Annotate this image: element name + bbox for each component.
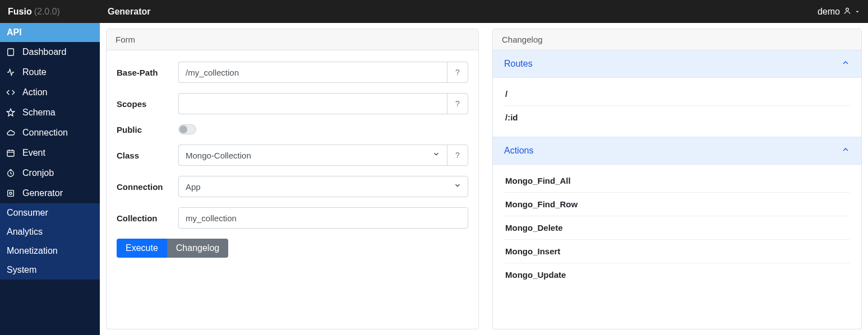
accordion-title: Routes	[504, 59, 533, 69]
sidebar-group-api[interactable]: API	[0, 23, 100, 42]
sidebar-item-label: Action	[22, 87, 47, 97]
class-help-button[interactable]: ?	[447, 145, 468, 166]
scopes-label: Scopes	[117, 99, 178, 109]
sidebar-group-consumer[interactable]: Consumer	[0, 203, 100, 222]
svg-rect-2	[7, 150, 14, 156]
caret-down-icon	[855, 7, 860, 17]
sidebar-group-analytics[interactable]: Analytics	[0, 222, 100, 241]
brand-name: Fusio	[8, 7, 32, 17]
sidebar-group-monetization[interactable]: Monetization	[0, 241, 100, 260]
chevron-up-icon	[841, 58, 850, 69]
accordion-header-actions[interactable]: Actions	[493, 137, 861, 165]
connection-select[interactable]: App	[178, 176, 468, 197]
list-item: Mongo_Update	[504, 263, 850, 286]
changelog-panel: Changelog Routes / /:id Actions Mongo_Fi…	[492, 29, 862, 329]
base-path-input[interactable]	[178, 62, 447, 83]
star-icon	[6, 108, 16, 118]
class-label: Class	[117, 151, 178, 160]
changelog-panel-title: Changelog	[493, 29, 861, 50]
list-item: Mongo_Find_All	[504, 169, 850, 193]
sidebar-group-system[interactable]: System	[0, 260, 100, 280]
sidebar-item-event[interactable]: Event	[0, 143, 100, 163]
list-item: /:id	[504, 106, 850, 129]
user-menu[interactable]: demo	[818, 7, 860, 17]
dashboard-icon	[6, 47, 16, 57]
cloud-icon	[6, 128, 16, 138]
chevron-up-icon	[841, 145, 850, 156]
calendar-icon	[6, 148, 16, 158]
code-icon	[6, 87, 16, 97]
sidebar-item-label: Schema	[22, 108, 56, 118]
svg-rect-1	[8, 49, 14, 55]
topbar: Fusio (2.0.0) Generator demo	[0, 0, 868, 23]
sidebar-item-route[interactable]: Route	[0, 62, 100, 82]
execute-button[interactable]: Execute	[117, 239, 167, 258]
sidebar: API Dashboard Route Action Schema Connec…	[0, 23, 100, 335]
sidebar-item-generator[interactable]: Generator	[0, 183, 100, 203]
svg-point-5	[10, 192, 12, 194]
page-title: Generator	[108, 7, 150, 17]
collection-input[interactable]	[178, 207, 468, 229]
form-panel: Form Base-Path ? Scopes ?	[106, 29, 479, 329]
sidebar-item-dashboard[interactable]: Dashboard	[0, 42, 100, 62]
list-item: Mongo_Delete	[504, 216, 850, 240]
sidebar-item-schema[interactable]: Schema	[0, 103, 100, 123]
scopes-help-button[interactable]: ?	[447, 93, 468, 114]
clock-icon	[6, 168, 16, 178]
accordion-title: Actions	[504, 146, 533, 156]
connection-label: Connection	[117, 182, 178, 192]
user-name: demo	[818, 7, 840, 17]
sidebar-item-connection[interactable]: Connection	[0, 123, 100, 143]
sidebar-item-label: Route	[22, 67, 47, 77]
collection-label: Collection	[117, 213, 178, 223]
form-panel-title: Form	[107, 29, 478, 50]
toggle-knob	[179, 125, 187, 133]
changelog-button[interactable]: Changelog	[167, 239, 228, 258]
generator-icon	[6, 188, 16, 198]
list-item: Mongo_Find_Row	[504, 193, 850, 216]
sidebar-item-label: Generator	[22, 188, 63, 198]
user-icon	[843, 7, 851, 17]
svg-point-0	[846, 8, 849, 11]
sidebar-item-label: Event	[22, 148, 45, 158]
accordion-header-routes[interactable]: Routes	[493, 50, 861, 78]
base-path-label: Base-Path	[117, 68, 178, 77]
svg-rect-4	[8, 190, 14, 197]
sidebar-item-action[interactable]: Action	[0, 82, 100, 103]
route-icon	[6, 67, 16, 77]
accordion-body-routes: / /:id	[493, 78, 861, 137]
sidebar-item-label: Connection	[22, 128, 68, 138]
list-item: /	[504, 82, 850, 106]
sidebar-item-label: Dashboard	[22, 47, 66, 57]
class-select[interactable]: Mongo-Collection	[178, 145, 447, 166]
public-label: Public	[117, 125, 178, 134]
accordion-body-actions: Mongo_Find_All Mongo_Find_Row Mongo_Dele…	[493, 165, 861, 294]
sidebar-item-label: Cronjob	[22, 168, 54, 178]
public-toggle[interactable]	[178, 124, 196, 134]
sidebar-item-cronjob[interactable]: Cronjob	[0, 163, 100, 183]
base-path-help-button[interactable]: ?	[447, 62, 468, 83]
scopes-input[interactable]	[178, 93, 447, 114]
list-item: Mongo_Insert	[504, 240, 850, 263]
brand-version: (2.0.0)	[34, 7, 60, 17]
